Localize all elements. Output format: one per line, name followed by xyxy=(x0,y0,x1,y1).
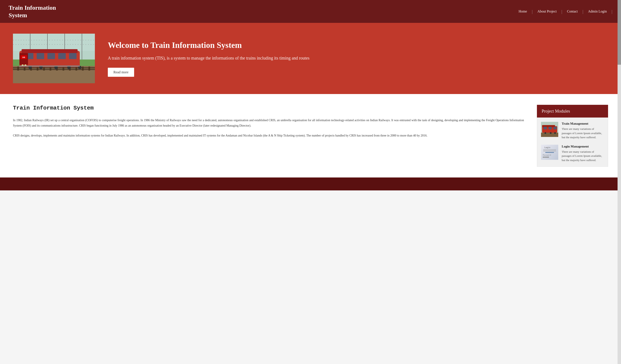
svg-rect-12 xyxy=(17,67,19,70)
svg-rect-23 xyxy=(88,67,90,70)
svg-rect-46 xyxy=(544,127,547,129)
read-more-button[interactable]: Read more xyxy=(108,68,134,77)
nav-divider-4: | xyxy=(612,9,612,14)
nav-divider-2: | xyxy=(561,9,562,14)
svg-rect-22 xyxy=(82,67,84,70)
nav-divider-3: | xyxy=(582,9,583,14)
svg-point-50 xyxy=(550,132,552,134)
svg-rect-15 xyxy=(37,67,38,70)
hero-title: Welcome to Train Information System xyxy=(108,40,608,51)
login-thumb-illustration: Login Password ●●●●●● xyxy=(541,145,558,160)
site-header: Train Information System Home | About Pr… xyxy=(0,0,621,23)
site-title: Train Information System xyxy=(9,4,65,19)
svg-rect-25 xyxy=(22,49,78,53)
module-title-login: Login Management xyxy=(562,145,604,148)
module-desc-login: There are many variations of passages of… xyxy=(562,150,604,162)
scrollbar-thumb[interactable] xyxy=(618,0,621,65)
main-section: Train Information System In 1982, Indian… xyxy=(0,94,621,177)
nav-home[interactable]: Home xyxy=(514,9,532,13)
sidebar-header: Project Modules xyxy=(537,105,608,118)
svg-rect-28 xyxy=(47,53,55,59)
module-item-login: Login Password ●●●●●● Login Management T… xyxy=(541,145,604,162)
svg-rect-21 xyxy=(75,67,77,70)
module-info-login: Login Management There are many variatio… xyxy=(562,145,604,162)
svg-text:DB: DB xyxy=(22,56,25,58)
main-paragraph-1: In 1982, Indian Railways (IR) set up a c… xyxy=(13,118,524,128)
hero-content: Welcome to Train Information System A tr… xyxy=(108,40,608,77)
nav-contact[interactable]: Contact xyxy=(562,9,583,13)
module-title-train: Train Management xyxy=(562,122,604,125)
hero-description: A train information system (TIS), is a s… xyxy=(108,55,608,61)
svg-rect-16 xyxy=(43,67,45,70)
svg-point-51 xyxy=(554,132,556,134)
login-field-password xyxy=(543,151,556,151)
scrollbar[interactable] xyxy=(618,0,621,191)
hero-section: DB Welcome to Train Information System A… xyxy=(0,23,621,94)
svg-rect-13 xyxy=(24,67,25,70)
main-section-title: Train Information System xyxy=(13,105,524,111)
module-thumb-login: Login Password ●●●●●● xyxy=(541,145,558,160)
module-desc-train: There are many variations of passages of… xyxy=(562,127,604,139)
svg-rect-17 xyxy=(50,67,51,70)
module-item-train: Train Management There are many variatio… xyxy=(541,122,604,139)
site-footer xyxy=(0,177,621,191)
sidebar-body: Train Management There are many variatio… xyxy=(537,118,608,167)
svg-rect-1 xyxy=(13,34,95,51)
nav-divider-1: | xyxy=(532,9,533,14)
svg-rect-41 xyxy=(19,66,80,67)
login-btn-illustration xyxy=(545,152,554,153)
svg-rect-47 xyxy=(549,127,552,129)
login-field-username xyxy=(543,149,556,150)
main-nav: Home | About Project | Contact | Admin L… xyxy=(514,9,612,14)
svg-rect-19 xyxy=(63,67,64,70)
svg-rect-48 xyxy=(553,127,557,129)
login-label-text: Login xyxy=(544,146,550,149)
svg-rect-29 xyxy=(58,53,66,59)
nav-about[interactable]: About Project xyxy=(533,9,561,13)
hero-image: DB xyxy=(13,34,95,83)
main-paragraph-2: CRIS designs, develops, implements and m… xyxy=(13,133,524,139)
password-text: Password ●●●●●● xyxy=(543,154,556,158)
module-info-train: Train Management There are many variatio… xyxy=(562,122,604,139)
svg-point-49 xyxy=(544,132,546,134)
sidebar: Project Modules xyxy=(537,105,608,167)
svg-rect-27 xyxy=(37,53,44,59)
svg-rect-30 xyxy=(69,53,77,59)
module-thumb-train xyxy=(541,122,558,137)
main-content-area: Train Information System In 1982, Indian… xyxy=(13,105,524,143)
nav-admin-login[interactable]: Admin Login xyxy=(583,9,612,13)
